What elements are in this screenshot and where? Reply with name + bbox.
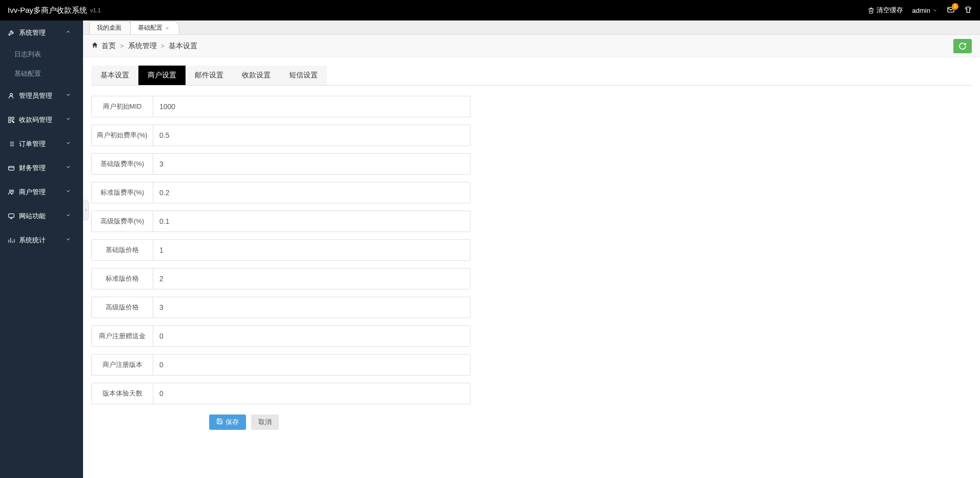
form-row: 标准版费率(%)	[91, 182, 471, 203]
sidebar-item-website[interactable]: 网站功能	[0, 204, 83, 228]
sidebar-item-stats[interactable]: 系统统计	[0, 228, 83, 252]
svg-point-15	[12, 190, 14, 192]
form-input-0[interactable]	[153, 96, 470, 117]
sidebar-item-finance[interactable]: 财务管理	[0, 156, 83, 180]
sidebar-label: 订单管理	[19, 139, 46, 149]
mail-button[interactable]: 1	[947, 6, 955, 15]
chevron-down-icon	[65, 164, 75, 172]
user-menu[interactable]: admin	[912, 7, 937, 14]
form-input-4[interactable]	[153, 211, 470, 232]
page-tab-config[interactable]: 基础配置 ×	[130, 21, 179, 34]
content-tabs: 基本设置 商户设置 邮件设置 收款设置 短信设置	[91, 66, 972, 86]
page-tab-label: 我的桌面	[97, 24, 121, 32]
svg-rect-2	[9, 117, 11, 119]
form-label: 商户初始费率(%)	[92, 125, 153, 146]
home-icon	[91, 41, 98, 50]
sidebar-sub-logs[interactable]: 日志列表	[0, 45, 83, 64]
form-input-9[interactable]	[153, 355, 470, 375]
form-label: 标准版费率(%)	[92, 182, 153, 203]
form-input-5[interactable]	[153, 240, 470, 260]
clear-cache-label: 清空缓存	[876, 6, 903, 15]
ctab-sms[interactable]: 短信设置	[280, 66, 327, 85]
form-row: 商户初始费率(%)	[91, 124, 471, 146]
sidebar-label: 系统管理	[19, 28, 46, 37]
cancel-button[interactable]: 取消	[251, 414, 279, 430]
user-name: admin	[912, 7, 930, 14]
form-input-1[interactable]	[153, 125, 470, 146]
settings-form: 商户初始MID 商户初始费率(%) 基础版费率(%) 标准版费率(%) 高级版费…	[91, 96, 471, 404]
form-input-8[interactable]	[153, 326, 470, 346]
form-input-10[interactable]	[153, 383, 470, 404]
page-tab-label: 基础配置	[138, 24, 162, 32]
sidebar-item-orders[interactable]: 订单管理	[0, 132, 83, 156]
crumb-page: 基本设置	[169, 41, 197, 51]
form-row: 商户初始MID	[91, 96, 471, 117]
version-label: v1.1	[90, 7, 101, 13]
form-input-2[interactable]	[153, 154, 470, 174]
page-tabs-bar: 我的桌面 基础配置 ×	[83, 20, 980, 35]
save-icon	[216, 418, 223, 426]
form-input-3[interactable]	[153, 182, 470, 203]
chevron-down-icon	[65, 212, 75, 220]
form-row: 高级版费率(%)	[91, 211, 471, 232]
save-label: 保存	[226, 418, 239, 427]
svg-rect-3	[12, 117, 14, 119]
chart-icon	[8, 237, 15, 244]
theme-button[interactable]	[964, 6, 972, 15]
sidebar-item-merchant[interactable]: 商户管理	[0, 180, 83, 204]
form-label: 标准版价格	[92, 268, 153, 289]
sidebar-item-admin[interactable]: 管理员管理	[0, 84, 83, 108]
breadcrumb-bar: 首页 > 系统管理 > 基本设置	[83, 35, 980, 57]
users-icon	[8, 189, 15, 196]
ctab-mail[interactable]: 邮件设置	[186, 66, 233, 85]
refresh-icon	[958, 42, 967, 50]
form-label: 基础版价格	[92, 240, 153, 260]
form-label: 商户注册赠送金	[92, 326, 153, 346]
shirt-icon	[964, 6, 972, 15]
form-label: 高级版费率(%)	[92, 211, 153, 232]
wallet-icon	[8, 164, 15, 172]
chevron-down-icon	[65, 92, 75, 99]
app-header: Ivv-Pay多商户收款系统 v1.1 清空缓存 admin 1	[0, 0, 980, 20]
form-input-6[interactable]	[153, 268, 470, 289]
svg-point-14	[10, 190, 12, 192]
clear-cache-button[interactable]: 清空缓存	[868, 6, 903, 15]
form-label: 基础版费率(%)	[92, 154, 153, 174]
form-input-7[interactable]	[153, 297, 470, 318]
save-button[interactable]: 保存	[209, 414, 246, 430]
sidebar-collapse-handle[interactable]	[83, 200, 89, 220]
sidebar-item-qrcode[interactable]: 收款码管理	[0, 108, 83, 132]
refresh-button[interactable]	[953, 39, 972, 53]
crumb-section[interactable]: 系统管理	[128, 41, 157, 51]
chevron-down-icon	[932, 7, 937, 14]
form-label: 高级版价格	[92, 297, 153, 318]
sidebar: 系统管理 日志列表 基础配置 管理员管理 收款码管理 订单管理 财务管理 商户管…	[0, 20, 83, 478]
form-label: 版本体验天数	[92, 383, 153, 404]
chevron-down-icon	[65, 116, 75, 123]
sidebar-sub-config[interactable]: 基础配置	[0, 64, 83, 84]
form-row: 标准版价格	[91, 268, 471, 289]
chevron-up-icon	[65, 29, 75, 36]
sidebar-label: 收款码管理	[19, 115, 52, 124]
crumb-sep: >	[120, 42, 124, 50]
sidebar-item-system[interactable]: 系统管理	[0, 20, 83, 45]
sidebar-label: 财务管理	[19, 163, 46, 173]
user-icon	[8, 92, 15, 99]
form-row: 版本体验天数	[91, 383, 471, 404]
crumb-home[interactable]: 首页	[101, 41, 116, 51]
sidebar-label: 管理员管理	[19, 91, 52, 100]
form-row: 商户注册赠送金	[91, 325, 471, 347]
ctab-payment[interactable]: 收款设置	[233, 66, 280, 85]
svg-rect-5	[12, 120, 13, 121]
svg-rect-16	[9, 214, 14, 217]
form-row: 基础版费率(%)	[91, 153, 471, 175]
form-row: 基础版价格	[91, 239, 471, 261]
svg-rect-13	[9, 166, 14, 170]
trash-icon	[868, 7, 874, 14]
page-tab-desktop[interactable]: 我的桌面	[89, 21, 132, 34]
close-icon[interactable]: ×	[166, 25, 169, 31]
sidebar-label: 系统统计	[19, 236, 46, 245]
ctab-merchant[interactable]: 商户设置	[138, 66, 186, 85]
svg-point-1	[10, 93, 13, 96]
ctab-basic[interactable]: 基本设置	[91, 66, 138, 85]
